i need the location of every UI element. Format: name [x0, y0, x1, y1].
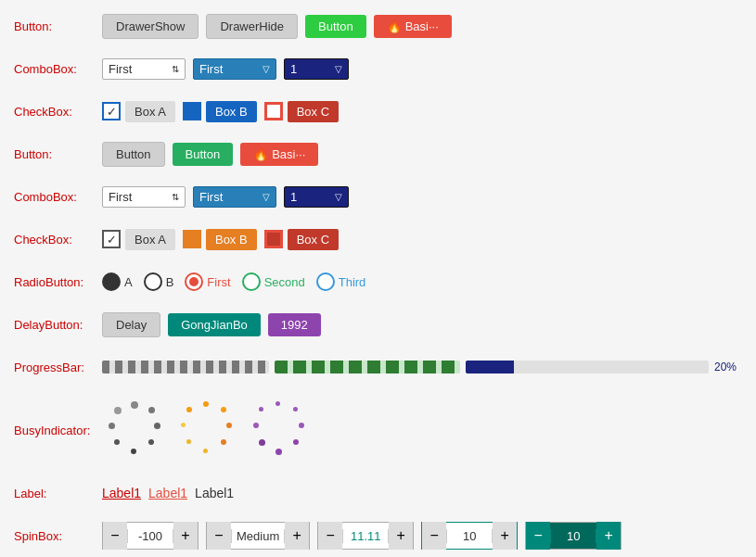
delay-label: DelayButton: [14, 318, 102, 332]
spinbox4-minus[interactable]: − [422, 522, 446, 550]
delay-btn[interactable]: Delay [102, 312, 160, 337]
checkbox-c1-box[interactable] [264, 102, 283, 120]
button2-controls: Button Button Basi··· [102, 142, 318, 167]
radio-a-circle[interactable] [102, 272, 121, 291]
drawer-show-button[interactable]: DrawerShow [102, 14, 199, 39]
combobox2-first[interactable]: First ⇅ [102, 186, 186, 208]
dot [299, 423, 304, 428]
dot [154, 423, 160, 429]
radio-second[interactable]: Second [242, 272, 305, 291]
basic-button[interactable]: Basi··· [374, 15, 452, 38]
drawer-hide-button[interactable]: DrawerHide [206, 14, 298, 39]
spinbox2-minus[interactable]: − [207, 522, 231, 550]
delay-controls: Delay GongJianBo 1992 [102, 312, 321, 337]
dot [114, 407, 122, 414]
radio-b-circle[interactable] [144, 272, 162, 291]
checkbox-b1[interactable]: Box B [183, 101, 257, 122]
button-green[interactable]: Button [305, 15, 366, 38]
radio-label: RadioButton: [14, 275, 102, 289]
radio-first-circle[interactable] [185, 272, 203, 291]
spinbox1-minus[interactable]: − [103, 522, 127, 550]
checkbox-a2-label: Box A [125, 229, 175, 250]
spinbox4-plus[interactable]: + [493, 522, 517, 550]
checkbox2-label: CheckBox: [14, 233, 102, 247]
dot [131, 401, 138, 409]
combobox1-first[interactable]: First ⇅ [102, 58, 186, 80]
checkbox-a2[interactable]: ✓ Box A [102, 229, 175, 250]
checkbox1-label: CheckBox: [14, 105, 102, 119]
spinbox3: − 11.11 + [317, 522, 414, 550]
spinbox5-plus[interactable]: + [596, 522, 621, 550]
chevron-down-icon: ▽ [263, 64, 270, 74]
spinbox5: − 10 + [525, 522, 621, 550]
dot [186, 407, 192, 412]
radio-b[interactable]: B [144, 272, 174, 291]
progress-fill2 [275, 361, 460, 373]
dot [226, 423, 232, 428]
radio-third-circle[interactable] [316, 272, 335, 291]
radio-third[interactable]: Third [316, 272, 366, 291]
dot [259, 407, 263, 411]
checkbox-b2-label: Box B [206, 229, 257, 250]
checkbox-c1[interactable]: Box C [264, 101, 339, 122]
label-row-label: Label: [14, 487, 102, 500]
progress-controls: 20% [102, 361, 742, 373]
combobox2-blue[interactable]: First ▽ [193, 186, 276, 208]
checkbox-c2-label: Box C [288, 229, 339, 250]
checkbox-a2-box[interactable]: ✓ [102, 230, 121, 248]
checkbox-a1-box[interactable]: ✓ [102, 102, 121, 120]
busy-spinner2 [174, 398, 239, 462]
dot [109, 423, 115, 429]
checkbox-b2[interactable]: Box B [183, 229, 257, 250]
radio-inner [189, 277, 199, 286]
chevron-up-down-icon: ⇅ [172, 64, 179, 74]
busy-label: BusyIndicator: [14, 424, 102, 437]
dot [293, 407, 298, 411]
combobox2-num[interactable]: 1 ▽ [284, 186, 349, 208]
checkbox2-controls: ✓ Box A Box B Box C [102, 229, 339, 250]
spinbox-controls: − -100 + − Medium + − 11.11 + − 10 + [102, 522, 621, 550]
progress-bar1 [102, 361, 269, 373]
combobox1-label: ComboBox: [14, 62, 102, 76]
combobox2-controls: First ⇅ First ▽ 1 ▽ [102, 186, 349, 208]
combobox1-num[interactable]: 1 ▽ [284, 58, 349, 80]
checkbox-b2-box[interactable] [183, 230, 201, 248]
year-btn[interactable]: 1992 [268, 313, 321, 336]
spinbox2-val: Medium [231, 529, 285, 543]
chevron-d-icon4: ▽ [335, 192, 342, 202]
radio-first[interactable]: First [185, 272, 230, 291]
checkbox-a1[interactable]: ✓ Box A [102, 101, 175, 122]
button2-green[interactable]: Button [173, 143, 234, 166]
spinbox3-plus[interactable]: + [389, 522, 413, 550]
checkbox-c2-box[interactable] [264, 230, 283, 248]
dot [275, 401, 280, 406]
button-controls: DrawerShow DrawerHide Button Basi··· [102, 14, 452, 39]
spinbox3-minus[interactable]: − [318, 522, 342, 550]
button-label: Button: [14, 19, 102, 33]
busy-controls [102, 398, 312, 462]
spinbox5-minus[interactable]: − [526, 522, 550, 550]
dot [148, 439, 154, 445]
dot [181, 423, 186, 427]
checkbox-c2[interactable]: Box C [264, 229, 339, 250]
checkbox-b1-box[interactable] [183, 102, 201, 120]
radio-a[interactable]: A [102, 272, 133, 291]
spinbox1-plus[interactable]: + [173, 522, 198, 550]
flame-icon2 [253, 147, 268, 161]
dot [221, 439, 226, 445]
radio-second-circle[interactable] [242, 272, 261, 291]
spinbox1-val: -100 [127, 529, 173, 543]
radio-controls: A B First Second Third [102, 272, 365, 291]
checkbox-a1-label: Box A [125, 101, 175, 122]
button2-basic[interactable]: Basi··· [240, 143, 318, 166]
spinbox2-plus[interactable]: + [285, 522, 309, 550]
dot [131, 449, 136, 454]
button2-gray[interactable]: Button [102, 142, 165, 167]
busy-spinner1 [102, 398, 167, 462]
chevron-d-icon3: ▽ [263, 192, 270, 202]
button2-label: Button: [14, 147, 102, 161]
spinbox1: − -100 + [102, 522, 199, 550]
gongjianbo-btn[interactable]: GongJianBo [168, 313, 261, 336]
progress-label: ProgressBar: [14, 361, 102, 374]
combobox1-blue-first[interactable]: First ▽ [193, 58, 276, 80]
